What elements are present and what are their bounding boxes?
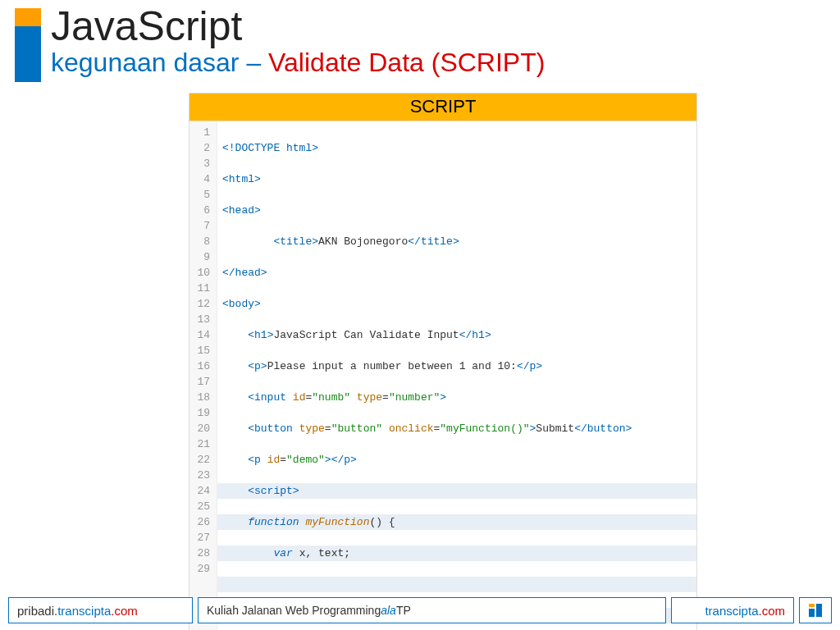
footer: pribadi.transcipta.com Kuliah Jalanan We… (8, 597, 832, 623)
code-panel: SCRIPT 123456789101112131415161718192021… (189, 93, 697, 630)
code-body: 1234567891011121314151617181920212223242… (189, 121, 696, 630)
page-subtitle: kegunaan dasar – Validate Data (SCRIPT) (51, 48, 545, 77)
subtitle-highlight: Validate Data (SCRIPT) (268, 48, 545, 77)
footer-logo (799, 597, 832, 623)
code-content: <!DOCTYPE html> <html> <head> <title>AKN… (217, 121, 696, 630)
footer-left-brand: pribadi.transcipta.com (8, 597, 193, 623)
svg-rect-2 (809, 609, 815, 617)
svg-rect-0 (809, 604, 815, 607)
svg-rect-1 (816, 604, 822, 617)
accent-top (15, 8, 41, 26)
line-gutter: 1234567891011121314151617181920212223242… (189, 121, 217, 630)
transcipta-logo-icon (806, 601, 824, 619)
footer-right-brand: transcipta.com (671, 597, 794, 623)
footer-tagline: Kuliah Jalanan Web Programming ala TP (198, 597, 666, 623)
page-title: JavaScript (51, 5, 545, 48)
title-block: JavaScript kegunaan dasar – Validate Dat… (51, 5, 545, 77)
code-panel-label: SCRIPT (189, 94, 696, 121)
subtitle-prefix: kegunaan dasar – (51, 48, 268, 77)
